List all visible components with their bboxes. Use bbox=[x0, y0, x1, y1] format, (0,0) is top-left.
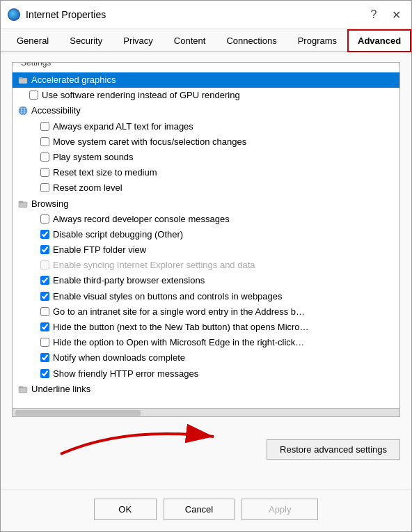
reset-zoom-checkbox[interactable] bbox=[40, 183, 49, 192]
help-button[interactable]: ? bbox=[365, 6, 382, 23]
tab-connections[interactable]: Connections bbox=[216, 29, 287, 52]
downloads-notify-label: Notify when downloads complete bbox=[53, 352, 394, 364]
scrollbar-thumb[interactable] bbox=[15, 410, 141, 416]
main-content: Settings Accelerated graphics Use soft bbox=[1, 52, 411, 490]
software-rendering-checkbox[interactable] bbox=[29, 91, 38, 100]
settings-item-dev-console[interactable]: Always record developer console messages bbox=[13, 212, 399, 227]
reset-text-label: Reset text size to medium bbox=[53, 166, 394, 179]
accessibility-label: Accessibility bbox=[31, 104, 394, 117]
hide-new-tab-btn-checkbox[interactable] bbox=[40, 322, 49, 331]
tab-general[interactable]: General bbox=[6, 29, 59, 52]
settings-item-reset-zoom[interactable]: Reset zoom level bbox=[13, 180, 399, 196]
title-bar: Internet Properties ? ✕ bbox=[1, 1, 411, 29]
settings-item-system-sounds[interactable]: Play system sounds bbox=[13, 150, 399, 165]
reset-text-checkbox[interactable] bbox=[40, 168, 49, 177]
browsing-label: Browsing bbox=[31, 198, 394, 210]
dev-console-label: Always record developer console messages bbox=[53, 213, 394, 226]
cancel-button[interactable]: Cancel bbox=[164, 499, 235, 520]
reset-zoom-label: Reset zoom level bbox=[53, 182, 394, 194]
tab-privacy[interactable]: Privacy bbox=[113, 29, 164, 52]
tab-security[interactable]: Security bbox=[59, 29, 113, 52]
restore-section: Restore advanced settings bbox=[12, 424, 400, 480]
settings-item-ftp-view[interactable]: Enable FTP folder view bbox=[13, 242, 399, 258]
settings-item-third-party[interactable]: Enable third-party browser extensions bbox=[13, 273, 399, 288]
settings-item-accelerated-graphics[interactable]: Accelerated graphics bbox=[13, 72, 399, 88]
system-caret-label: Move system caret with focus/selection c… bbox=[53, 136, 394, 148]
http-errors-label: Show friendly HTTP error messages bbox=[53, 368, 394, 380]
system-sounds-label: Play system sounds bbox=[53, 151, 394, 164]
intranet-checkbox[interactable] bbox=[40, 307, 49, 316]
tab-advanced[interactable]: Advanced bbox=[347, 29, 411, 52]
settings-container: Settings Accelerated graphics Use soft bbox=[12, 62, 400, 417]
alt-text-label: Always expand ALT text for images bbox=[53, 120, 394, 133]
accelerated-graphics-label: Accelerated graphics bbox=[31, 74, 394, 86]
ftp-view-checkbox[interactable] bbox=[40, 245, 49, 254]
system-sounds-checkbox[interactable] bbox=[40, 152, 49, 162]
svg-rect-1 bbox=[19, 77, 23, 79]
settings-item-downloads-notify[interactable]: Notify when downloads complete bbox=[13, 350, 399, 366]
http-errors-checkbox[interactable] bbox=[40, 369, 49, 378]
bottom-button-bar: OK Cancel Apply bbox=[1, 490, 411, 531]
svg-rect-10 bbox=[19, 386, 23, 388]
horizontal-scrollbar[interactable] bbox=[13, 408, 399, 416]
third-party-label: Enable third-party browser extensions bbox=[53, 274, 394, 287]
hide-edge-checkbox[interactable] bbox=[40, 338, 49, 347]
alt-text-checkbox[interactable] bbox=[40, 122, 49, 131]
system-caret-checkbox[interactable] bbox=[40, 137, 49, 146]
hide-edge-label: Hide the option to Open with Microsoft E… bbox=[53, 336, 394, 349]
ftp-view-label: Enable FTP folder view bbox=[53, 244, 394, 256]
title-bar-left: Internet Properties bbox=[8, 8, 106, 21]
settings-item-reset-text[interactable]: Reset text size to medium bbox=[13, 165, 399, 180]
dev-console-checkbox[interactable] bbox=[40, 214, 49, 224]
downloads-notify-checkbox[interactable] bbox=[40, 353, 49, 362]
ie-sync-label: Enable syncing Internet Explorer setting… bbox=[53, 259, 394, 272]
tab-programs[interactable]: Programs bbox=[287, 29, 347, 52]
settings-item-hide-edge[interactable]: Hide the option to Open with Microsoft E… bbox=[13, 335, 399, 350]
app-icon bbox=[8, 8, 20, 21]
settings-item-http-errors[interactable]: Show friendly HTTP error messages bbox=[13, 366, 399, 382]
settings-item-browsing[interactable]: Browsing bbox=[13, 196, 399, 212]
settings-legend: Settings bbox=[18, 62, 54, 68]
script-debug-label: Disable script debugging (Other) bbox=[53, 228, 394, 241]
underline-links-label: Underline links bbox=[31, 383, 394, 396]
intranet-label: Go to an intranet site for a single word… bbox=[53, 306, 394, 318]
settings-item-hide-new-tab-btn[interactable]: Hide the button (next to the New Tab but… bbox=[13, 320, 399, 335]
visual-styles-label: Enable visual styles on buttons and cont… bbox=[53, 290, 394, 303]
settings-item-accessibility[interactable]: Accessibility bbox=[13, 103, 399, 118]
settings-item-intranet[interactable]: Go to an intranet site for a single word… bbox=[13, 304, 399, 320]
accessibility-globe-icon bbox=[18, 106, 28, 116]
apply-button[interactable]: Apply bbox=[241, 499, 318, 520]
settings-item-script-debug[interactable]: Disable script debugging (Other) bbox=[13, 227, 399, 242]
ok-button[interactable]: OK bbox=[94, 499, 157, 520]
third-party-checkbox[interactable] bbox=[40, 276, 49, 285]
visual-styles-checkbox[interactable] bbox=[40, 292, 49, 301]
browsing-folder-icon bbox=[18, 199, 28, 209]
title-bar-right: ? ✕ bbox=[365, 6, 404, 23]
window-title: Internet Properties bbox=[26, 9, 106, 20]
restore-advanced-button[interactable]: Restore advanced settings bbox=[267, 439, 400, 460]
tab-content[interactable]: Content bbox=[164, 29, 216, 52]
red-arrow-graphic bbox=[54, 419, 235, 457]
script-debug-checkbox[interactable] bbox=[40, 230, 49, 239]
hide-new-tab-btn-label: Hide the button (next to the New Tab but… bbox=[53, 321, 394, 334]
svg-rect-8 bbox=[19, 201, 23, 203]
settings-item-system-caret[interactable]: Move system caret with focus/selection c… bbox=[13, 134, 399, 150]
close-button[interactable]: ✕ bbox=[388, 6, 404, 23]
settings-group: Settings Accelerated graphics Use soft bbox=[12, 62, 400, 417]
settings-item-alt-text[interactable]: Always expand ALT text for images bbox=[13, 119, 399, 134]
ie-sync-checkbox bbox=[40, 260, 49, 269]
folder-icon bbox=[18, 75, 28, 85]
settings-item-software-rendering[interactable]: Use software rendering instead of GPU re… bbox=[13, 88, 399, 103]
settings-item-visual-styles[interactable]: Enable visual styles on buttons and cont… bbox=[13, 289, 399, 304]
settings-item-ie-sync[interactable]: Enable syncing Internet Explorer setting… bbox=[13, 258, 399, 273]
software-rendering-label: Use software rendering instead of GPU re… bbox=[42, 89, 394, 102]
underline-folder-icon bbox=[18, 384, 28, 394]
internet-properties-window: Internet Properties ? ✕ General Security… bbox=[0, 0, 412, 532]
settings-scroll-area[interactable]: Accelerated graphics Use software render… bbox=[13, 70, 399, 408]
tab-bar: General Security Privacy Content Connect… bbox=[1, 29, 411, 52]
settings-item-underline-links[interactable]: Underline links bbox=[13, 382, 399, 397]
